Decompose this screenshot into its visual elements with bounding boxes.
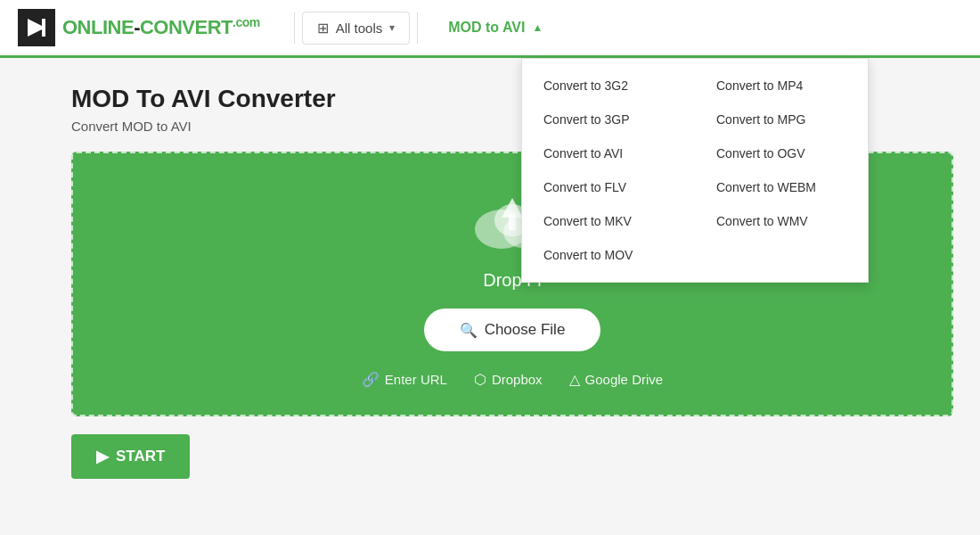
- logo-icon: [18, 9, 55, 46]
- choose-file-label: Choose File: [485, 321, 566, 339]
- dropdown-columns: Convert to 3G2 Convert to MP4 Convert to…: [522, 70, 868, 271]
- dropbox-label: Dropbox: [492, 372, 543, 387]
- header-divider-2: [417, 12, 418, 44]
- logo-convert: CONVERT: [140, 17, 233, 39]
- dropdown-item-flv[interactable]: Convert to FLV: [522, 171, 695, 203]
- header-divider: [294, 12, 295, 44]
- all-tools-button[interactable]: ⊞ All tools ▾: [302, 12, 411, 45]
- logo[interactable]: ONLINE-CONVERT.com: [18, 9, 260, 46]
- dropdown-item-ogv[interactable]: Convert to OGV: [695, 137, 868, 169]
- start-button[interactable]: ▶ START: [71, 434, 190, 479]
- logo-online: ONLINE: [62, 17, 134, 39]
- dropdown-item-3gp[interactable]: Convert to 3GP: [522, 103, 695, 136]
- dropdown-item-mov[interactable]: Convert to MOV: [522, 239, 695, 271]
- mod-avi-label: MOD to AVI: [448, 20, 525, 36]
- logo-svg: [24, 15, 49, 40]
- header: ONLINE-CONVERT.com ⊞ All tools ▾ MOD to …: [0, 0, 980, 58]
- dropdown-item-avi[interactable]: Convert to AVI: [522, 137, 695, 169]
- start-arrow-icon: ▶: [96, 447, 109, 466]
- dropdown-item-empty: [695, 239, 868, 271]
- mod-avi-chevron-icon: ▲: [532, 21, 543, 34]
- choose-file-button[interactable]: 🔍 Choose File: [424, 309, 601, 351]
- mod-avi-button[interactable]: MOD to AVI ▲: [434, 12, 557, 43]
- start-label: START: [116, 448, 165, 465]
- svg-rect-6: [509, 214, 516, 230]
- link-icon: 🔗: [362, 371, 380, 388]
- dropdown-item-mpg[interactable]: Convert to MPG: [695, 103, 868, 136]
- search-icon: 🔍: [460, 322, 478, 339]
- dropbox-option[interactable]: ⬡ Dropbox: [474, 371, 543, 388]
- dropdown-menu: Convert to 3G2 Convert to MP4 Convert to…: [521, 58, 869, 283]
- svg-rect-1: [42, 19, 45, 37]
- enter-url-label: Enter URL: [385, 372, 447, 387]
- dropdown-item-mkv[interactable]: Convert to MKV: [522, 205, 695, 237]
- chevron-down-icon: ▾: [389, 21, 395, 34]
- google-drive-icon: △: [569, 371, 580, 388]
- google-drive-label: Google Drive: [585, 372, 664, 387]
- logo-text: ONLINE-CONVERT.com: [62, 15, 260, 39]
- dropdown-item-3g2[interactable]: Convert to 3G2: [522, 70, 695, 102]
- secondary-options: 🔗 Enter URL ⬡ Dropbox △ Google Drive: [362, 371, 663, 388]
- dropdown-item-webm[interactable]: Convert to WEBM: [695, 171, 868, 203]
- dropdown-item-wmv[interactable]: Convert to WMV: [695, 205, 868, 237]
- all-tools-label: All tools: [336, 21, 383, 36]
- grid-icon: ⊞: [317, 20, 329, 37]
- enter-url-option[interactable]: 🔗 Enter URL: [362, 371, 447, 388]
- logo-dot: .com: [233, 15, 260, 29]
- dropdown-item-mp4[interactable]: Convert to MP4: [695, 70, 868, 102]
- dropbox-icon: ⬡: [474, 371, 486, 388]
- google-drive-option[interactable]: △ Google Drive: [569, 371, 664, 388]
